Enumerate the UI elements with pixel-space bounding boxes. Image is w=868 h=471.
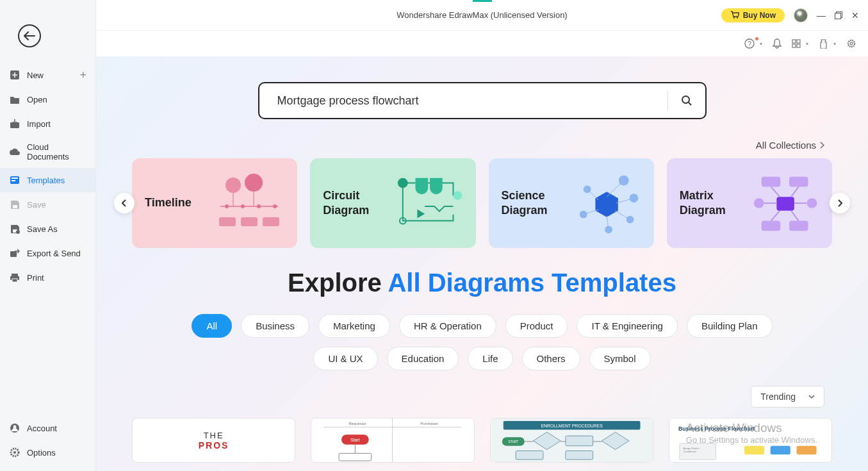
matrix-illustration (750, 171, 819, 235)
plus-square-icon (9, 69, 20, 81)
template-card[interactable]: RequestorPurchases Start (311, 418, 474, 463)
carousel-prev[interactable] (114, 193, 135, 213)
category-circuit[interactable]: Circuit Diagram (310, 158, 475, 248)
svg-point-47 (629, 194, 638, 202)
add-icon[interactable]: + (79, 69, 86, 82)
svg-rect-86 (516, 451, 543, 460)
svg-text:?: ? (748, 40, 751, 47)
search-input[interactable] (259, 94, 667, 108)
filter-it[interactable]: IT & Engineering (577, 314, 677, 338)
svg-point-32 (225, 204, 229, 208)
carousel-next[interactable] (830, 193, 850, 213)
svg-rect-38 (219, 217, 236, 226)
filter-pills: All Business Marketing HR & Operation Pr… (132, 314, 832, 370)
sidebar-item-export[interactable]: Export & Send (0, 241, 95, 265)
category-matrix[interactable]: Matrix Diagram (667, 158, 832, 248)
svg-line-51 (607, 181, 624, 197)
sidebar-item-save-as[interactable]: Save As (0, 217, 95, 241)
titlebar: Wondershare EdrawMax (Unlicensed Version… (96, 0, 868, 31)
window-minimize[interactable]: — (817, 10, 826, 21)
filter-building[interactable]: Building Plan (687, 314, 773, 338)
svg-rect-39 (241, 217, 258, 226)
svg-point-17 (737, 17, 738, 19)
filter-ui[interactable]: UI & UX (313, 347, 377, 370)
filter-all[interactable]: All (192, 314, 232, 338)
secondary-toolbar: ? ▾ ▾ ▾ (96, 31, 868, 56)
science-illustration (572, 171, 641, 235)
template-thumbnail: ENROLLMENT PROCEDURES START (491, 418, 653, 462)
sidebar-label: New (27, 70, 44, 80)
category-timeline[interactable]: Timeline (132, 158, 297, 248)
category-label: Circuit Diagram (323, 188, 393, 219)
template-card[interactable]: THE PROS (132, 418, 295, 463)
buy-now-button[interactable]: Buy Now (721, 8, 785, 22)
filter-business[interactable]: Business (241, 314, 309, 338)
search-box (258, 82, 707, 119)
sidebar-label: Save As (27, 224, 58, 234)
svg-point-34 (257, 204, 261, 208)
sidebar-item-new[interactable]: New + (0, 63, 95, 87)
sidebar: New + Open Import Cloud Documents Templa… (0, 0, 96, 471)
filter-others[interactable]: Others (522, 347, 580, 370)
user-avatar[interactable] (794, 8, 808, 22)
window-close[interactable]: ✕ (851, 10, 859, 21)
all-collections-label: All Collections (756, 140, 816, 151)
bell-icon[interactable] (773, 38, 782, 49)
help-icon[interactable]: ? (744, 38, 755, 49)
sidebar-label: Options (27, 448, 56, 458)
sidebar-label: Export & Send (27, 249, 81, 258)
template-card[interactable]: ENROLLMENT PROCEDURES START (490, 418, 653, 463)
svg-text:Coordinator: Coordinator (683, 450, 696, 453)
filter-product[interactable]: Product (505, 314, 568, 338)
svg-rect-4 (12, 180, 15, 181)
explore-prefix: Explore (288, 269, 388, 297)
sidebar-item-save[interactable]: Save (0, 192, 95, 217)
category-science[interactable]: Science Diagram (489, 158, 654, 248)
cart-icon (730, 11, 739, 19)
svg-point-61 (807, 198, 817, 208)
search-button[interactable] (668, 95, 705, 106)
sidebar-item-options[interactable]: Options (0, 440, 95, 465)
filter-education[interactable]: Education (387, 347, 459, 370)
circuit-illustration (393, 171, 463, 235)
sidebar-item-import[interactable]: Import (0, 112, 95, 136)
svg-rect-3 (12, 178, 18, 179)
template-thumbnail: Business Process Flowchart Assign Projec… (669, 418, 831, 462)
sidebar-item-open[interactable]: Open (0, 87, 95, 112)
svg-rect-57 (761, 177, 780, 187)
theme-icon[interactable] (819, 38, 828, 49)
print-icon (9, 272, 20, 283)
sort-dropdown[interactable]: Trending (751, 386, 824, 408)
buy-now-label: Buy Now (743, 11, 776, 20)
category-label: Science Diagram (502, 188, 572, 219)
svg-rect-9 (12, 274, 18, 276)
settings-icon[interactable] (846, 38, 856, 49)
svg-rect-5 (13, 205, 17, 208)
cloud-icon (9, 146, 20, 158)
svg-point-15 (13, 451, 16, 454)
filter-hr[interactable]: HR & Operation (399, 314, 496, 338)
back-button[interactable] (18, 24, 41, 47)
svg-point-28 (682, 96, 689, 103)
svg-point-29 (225, 178, 241, 193)
svg-point-50 (626, 216, 634, 224)
explore-heading: Explore All Diagrams Templates (132, 269, 832, 297)
filter-symbol[interactable]: Symbol (589, 347, 651, 370)
sidebar-item-print[interactable]: Print (0, 265, 95, 290)
apps-icon[interactable] (792, 39, 801, 48)
svg-point-35 (273, 204, 277, 208)
svg-line-56 (614, 211, 630, 220)
filter-marketing[interactable]: Marketing (318, 314, 390, 338)
svg-rect-87 (565, 451, 593, 460)
sidebar-label: Account (27, 424, 57, 433)
filter-life[interactable]: Life (468, 347, 512, 370)
window-maximize[interactable] (835, 12, 842, 19)
sidebar-item-templates[interactable]: Templates (0, 168, 95, 192)
all-collections-link[interactable]: All Collections (756, 140, 824, 151)
sidebar-item-account[interactable]: Account (0, 416, 95, 440)
sidebar-label: Import (27, 119, 51, 129)
template-card[interactable]: Activate Windows Go to Settings to activ… (669, 418, 832, 463)
sidebar-label: Print (27, 273, 44, 283)
sidebar-item-cloud[interactable]: Cloud Documents (0, 136, 95, 168)
sort-label: Trending (760, 392, 796, 402)
